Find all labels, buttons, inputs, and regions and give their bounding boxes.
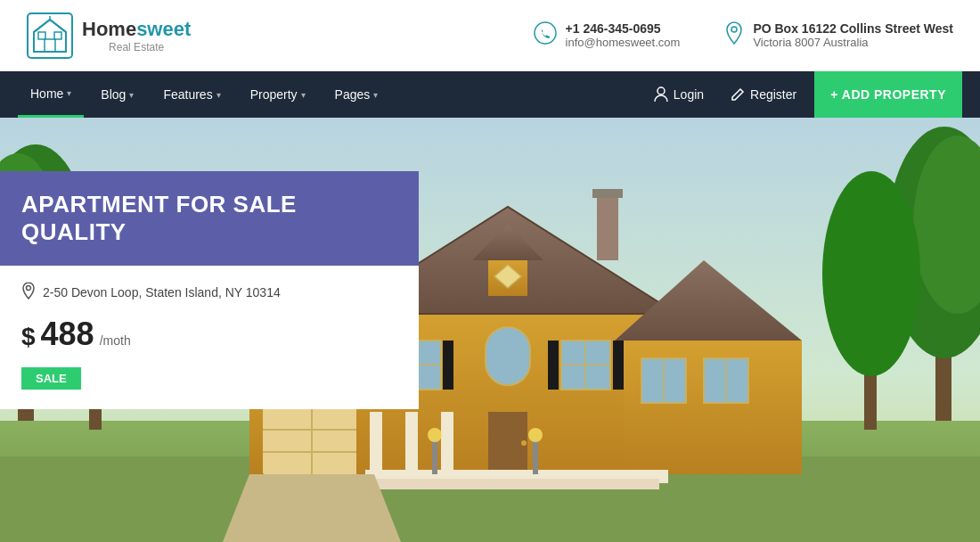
svg-rect-32 <box>441 412 453 474</box>
logo-home: Home <box>82 18 136 40</box>
top-bar: Homesweet Real Estate +1 246-345-0695 in… <box>0 0 980 71</box>
logo-area: Homesweet Real Estate <box>27 12 191 59</box>
property-title: APARTMENT FOR SALE QUALITY <box>21 191 397 246</box>
contact-info: +1 246-345-0695 info@homesweet.com PO Bo… <box>534 21 953 50</box>
user-icon <box>654 86 668 103</box>
features-arrow-icon: ▾ <box>216 90 221 100</box>
property-price: 488 <box>41 316 94 353</box>
property-arrow-icon: ▾ <box>301 90 306 100</box>
edit-icon <box>731 87 745 102</box>
navbar: Home ▾ Blog ▾ Features ▾ Property ▾ Page… <box>0 71 980 118</box>
pages-arrow-icon: ▾ <box>373 90 378 100</box>
svg-rect-3 <box>38 32 45 39</box>
register-label: Register <box>750 87 796 102</box>
login-label: Login <box>674 87 704 102</box>
property-info-card: APARTMENT FOR SALE QUALITY 2-50 Devon Lo… <box>0 171 419 409</box>
property-title-area: APARTMENT FOR SALE QUALITY <box>0 171 419 266</box>
address-line1: PO Box 16122 Collins Street West <box>753 21 953 36</box>
svg-point-8 <box>657 87 665 94</box>
svg-marker-60 <box>223 474 401 542</box>
svg-point-6 <box>535 22 556 44</box>
svg-rect-62 <box>443 341 453 390</box>
property-body: 2-50 Devon Loop, Staten Island, NY 10314… <box>0 266 419 409</box>
svg-rect-63 <box>548 341 559 390</box>
price-row: $ 488 /moth <box>21 316 397 353</box>
svg-rect-56 <box>432 439 437 474</box>
property-address: 2-50 Devon Loop, Staten Island, NY 10314 <box>21 282 397 303</box>
home-arrow-icon: ▾ <box>67 88 71 98</box>
price-period: /moth <box>100 333 131 348</box>
nav-item-pages[interactable]: Pages ▾ <box>323 71 391 118</box>
nav-item-home[interactable]: Home ▾ <box>18 71 84 118</box>
svg-rect-66 <box>592 189 623 198</box>
svg-rect-64 <box>613 341 624 390</box>
register-button[interactable]: Register <box>722 87 805 102</box>
phone-icon <box>534 21 557 50</box>
svg-rect-44 <box>486 327 530 385</box>
address-line2: Victoria 8007 Australia <box>753 36 953 49</box>
svg-point-67 <box>27 286 31 291</box>
hero-section: APARTMENT FOR SALE QUALITY 2-50 Devon Lo… <box>0 118 980 542</box>
email: info@homesweet.com <box>566 36 681 49</box>
nav-right: Login Register + ADD PROPERTY <box>645 71 962 118</box>
svg-rect-2 <box>45 39 55 52</box>
nav-item-blog[interactable]: Blog ▾ <box>88 71 146 118</box>
nav-item-property[interactable]: Property ▾ <box>238 71 318 118</box>
nav-item-features[interactable]: Features ▾ <box>151 71 233 118</box>
logo-subtitle: Real Estate <box>82 41 191 53</box>
sale-badge[interactable]: SALE <box>21 367 81 390</box>
address-pin-icon <box>21 282 36 303</box>
svg-rect-58 <box>533 439 538 474</box>
svg-point-22 <box>822 171 920 376</box>
contact-address: PO Box 16122 Collins Street West Victori… <box>724 21 953 50</box>
svg-point-7 <box>731 27 737 32</box>
phone-number: +1 246-345-0695 <box>566 21 681 36</box>
house-logo-icon <box>27 12 73 59</box>
svg-rect-30 <box>370 412 382 474</box>
add-property-button[interactable]: + ADD PROPERTY <box>814 71 962 118</box>
address-details: PO Box 16122 Collins Street West Victori… <box>753 21 953 49</box>
contact-phone: +1 246-345-0695 info@homesweet.com <box>534 21 681 50</box>
phone-details: +1 246-345-0695 info@homesweet.com <box>566 21 681 49</box>
logo-text: Homesweet Real Estate <box>82 18 191 53</box>
address-text: 2-50 Devon Loop, Staten Island, NY 10314 <box>43 285 281 300</box>
currency-symbol: $ <box>21 323 36 351</box>
svg-rect-4 <box>54 32 61 39</box>
svg-rect-65 <box>597 189 618 260</box>
svg-point-53 <box>521 440 527 446</box>
svg-point-59 <box>528 428 543 442</box>
logo-sweet: sweet <box>136 18 191 40</box>
svg-rect-55 <box>374 479 659 489</box>
nav-left: Home ▾ Blog ▾ Features ▾ Property ▾ Page… <box>18 71 390 118</box>
add-property-label: + ADD PROPERTY <box>830 87 946 102</box>
svg-point-57 <box>428 428 442 442</box>
svg-rect-31 <box>405 412 418 474</box>
blog-arrow-icon: ▾ <box>129 90 134 100</box>
login-button[interactable]: Login <box>645 86 713 103</box>
location-icon <box>724 21 744 50</box>
